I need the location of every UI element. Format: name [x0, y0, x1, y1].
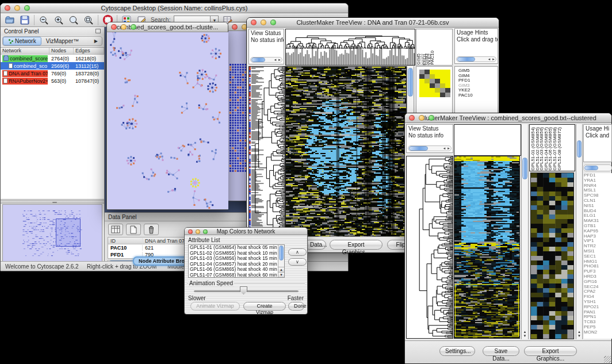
gene-label[interactable]: MON2	[584, 330, 612, 335]
faster-label: Faster	[288, 295, 304, 301]
export-graphics-button[interactable]: Export Graphics...	[330, 240, 382, 250]
cytoscape-titlebar[interactable]: Cytoscape Desktop (Session Name: collins…	[1, 3, 348, 13]
zoom-button[interactable]	[429, 115, 434, 121]
export-graphics-button[interactable]: Export Graphics...	[524, 346, 577, 356]
map-colors-dialog: Map Colors to Network Attribute List GPL…	[184, 227, 308, 315]
treeview2-titlebar[interactable]: ClusterMaker TreeView : combined_scores_…	[405, 113, 611, 123]
control-panel-tab[interactable]: Network	[3, 37, 41, 45]
close-button[interactable]	[111, 24, 117, 30]
view-status-title: View Status	[407, 125, 453, 132]
close-button[interactable]	[5, 5, 10, 11]
control-panel-header: Control Panel	[1, 27, 104, 36]
heatmap2-vscrollbar[interactable]: ▲▼	[521, 124, 529, 339]
new-attribute-icon[interactable]	[126, 224, 141, 235]
network-overview[interactable]	[2, 204, 102, 262]
col-id[interactable]: ID	[108, 238, 143, 244]
control-panel-tab[interactable]: VizMapper™	[41, 37, 84, 45]
toolbar-separator	[98, 15, 98, 25]
save-data-button[interactable]: Save Data...	[483, 346, 519, 356]
dialog-buttons: Animate VizmapCreate VizmapDone	[185, 302, 307, 312]
dialog-button[interactable]: Animate Vizmap	[190, 302, 240, 311]
zoom-button[interactable]	[203, 229, 208, 234]
close-button[interactable]	[188, 229, 193, 234]
network-list-row[interactable]: combined_scores 2764(0) 16218(0)	[1, 55, 104, 62]
dialog-button[interactable]: Create Vizmap	[243, 302, 286, 311]
column-dendrogram[interactable]	[285, 29, 415, 66]
attribute-list-item[interactable]: GPL51-07 (GSM868) heat shock 60 min	[189, 273, 284, 278]
row-dendrogram[interactable]	[248, 66, 285, 237]
zoom-out-icon[interactable]	[38, 14, 49, 26]
move-down-button[interactable]: ∨	[288, 258, 307, 266]
col-edges[interactable]: Edges	[74, 48, 104, 54]
column-label[interactable]: GPL51-08 (GSM872)	[557, 127, 562, 171]
panel-divider[interactable]	[1, 200, 104, 204]
save-icon[interactable]	[19, 14, 30, 26]
column-dendrogram-2[interactable]	[454, 124, 521, 156]
network-row-icon	[3, 56, 9, 61]
treeview2-window: ClusterMaker TreeView : combined_scores_…	[404, 113, 612, 364]
delete-attribute-icon[interactable]	[144, 224, 159, 235]
network-list-row[interactable]: DNA and Tran 07 769(0) 183728(0)	[1, 70, 104, 77]
network-list-row[interactable]: RNAPuberNov2+ 563(0) 107847(0)	[1, 77, 104, 85]
row-dendrogram-canvas[interactable]	[249, 67, 285, 237]
minimize-button[interactable]	[261, 20, 266, 25]
network-view-canvas[interactable]	[108, 32, 228, 209]
network-view-titlebar[interactable]: combined_scores_good.txt--cluste...	[107, 22, 228, 32]
close-button[interactable]	[251, 20, 257, 25]
attribute-list-vscrollbar[interactable]: ▲ ▼	[278, 245, 284, 277]
more-tabs-icon[interactable]: ▶	[91, 39, 101, 44]
move-up-button[interactable]: ∧	[288, 248, 307, 256]
zoom-button[interactable]	[270, 20, 276, 25]
view-status-hscrollbar[interactable]: ◄ ►	[250, 57, 282, 63]
zoom-heatmap-view[interactable]	[530, 173, 574, 339]
scroll-down-icon[interactable]: ▼	[278, 272, 284, 277]
usage-hints-hscrollbar[interactable]: ◄ ►	[456, 56, 496, 62]
settings-button[interactable]: Settings...	[439, 346, 475, 356]
matrix-row-label[interactable]: PAC10	[458, 93, 473, 98]
col-network[interactable]: Network	[1, 48, 49, 54]
column-dendrogram-canvas[interactable]	[286, 29, 415, 65]
view-status-hscrollbar[interactable]: ◄ ►	[408, 145, 452, 151]
network-overview-canvas[interactable]	[3, 205, 102, 261]
network-list-row[interactable]: combined_sco 2569(6) 13112(15)	[1, 62, 104, 70]
zoom-in-icon[interactable]	[53, 14, 64, 26]
heatmap2-canvas[interactable]	[454, 156, 519, 338]
genelist-vscrollbar[interactable]: ▲▼	[576, 124, 583, 339]
map-colors-titlebar[interactable]: Map Colors to Network	[185, 228, 307, 235]
minimize-button[interactable]	[14, 5, 20, 11]
close-button[interactable]	[232, 24, 238, 30]
desktop: Cytoscape Desktop (Session Name: collins…	[0, 0, 612, 364]
open-file-icon[interactable]	[4, 14, 16, 26]
heatmap-view-2[interactable]	[454, 156, 520, 339]
scroll-up-icon[interactable]: ▲	[278, 267, 284, 272]
minimize-button[interactable]	[419, 115, 424, 121]
row-dendrogram-2[interactable]	[406, 156, 453, 339]
view-status-text: No status info	[407, 132, 453, 139]
treeview1-titlebar[interactable]: ClusterMaker TreeView : DNA and Tran 07-…	[247, 18, 499, 28]
network-row-icon	[9, 63, 13, 68]
zoom-heatmap-canvas[interactable]	[531, 173, 573, 339]
row-dendrogram2-canvas[interactable]	[407, 156, 453, 338]
usage-hints-hscrollbar[interactable]	[583, 164, 612, 171]
zoom-fit-icon[interactable]	[83, 14, 94, 26]
control-panel: Control Panel Network VizMapper™ ▶ Netwo…	[1, 27, 105, 262]
heatmap-canvas[interactable]	[286, 67, 406, 237]
resize-grip[interactable]	[604, 356, 611, 363]
col-nodes[interactable]: Nodes	[49, 48, 74, 54]
zoom-selected-icon[interactable]	[68, 14, 79, 26]
slider-thumb[interactable]	[240, 286, 247, 294]
zoom-button[interactable]	[24, 5, 30, 11]
minimize-button[interactable]	[121, 24, 127, 30]
heatmap-view[interactable]	[285, 66, 407, 237]
dialog-button[interactable]: Done	[288, 302, 304, 311]
select-attributes-icon[interactable]	[108, 224, 123, 235]
similarity-matrix-canvas[interactable]	[419, 70, 450, 97]
float-panel-icon[interactable]	[95, 29, 101, 33]
network-row-icon	[3, 78, 7, 83]
column-label[interactable]: PAC10	[431, 51, 434, 65]
zoom-button[interactable]	[131, 24, 136, 30]
status-welcome: Welcome to Cytoscape 2.6.2	[5, 263, 79, 270]
close-button[interactable]	[409, 115, 415, 121]
window-controls	[5, 5, 30, 11]
minimize-button[interactable]	[196, 229, 200, 234]
